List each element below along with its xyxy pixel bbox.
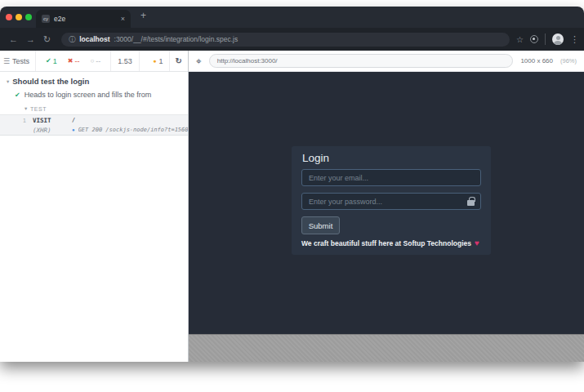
browser-menu-icon[interactable]: ⋮ [570,34,579,45]
browser-tabstrip: cy e2e × + [0,7,584,28]
login-title: Login [302,152,329,164]
failed-stat: ✖ -- [64,57,84,65]
tab-close-icon[interactable]: × [121,15,125,23]
url-host: localhost [79,35,109,43]
cypress-runner: ☰ Tests ✔ 1 ✖ -- ○ [0,51,584,362]
submit-button[interactable]: Submit [301,216,340,234]
iframe-bottom-gutter [189,334,584,362]
failed-count: -- [75,57,80,65]
toolbar-divider [545,33,546,45]
command-message: / [72,117,75,123]
extension-icon[interactable] [530,35,538,43]
browser-actions: ☆ ⋮ [516,33,579,45]
login-footer: We craft beautiful stuff here at Softup … [301,238,479,247]
aut-url-bar[interactable]: http://localhost:3000/ [209,54,514,68]
rerun-tests-button[interactable]: ↻ [169,51,188,71]
passed-icon: ✔ [46,57,51,65]
command-row-visit[interactable]: 1 VISIT / [0,114,188,125]
heart-icon: ♥ [475,238,479,247]
pending-icon: ○ [91,57,95,65]
pending-count: -- [96,57,100,65]
footer-text: We craft beautiful stuff here at Softup … [301,239,471,247]
cypress-favicon-icon: cy [42,15,50,23]
changes-indicator[interactable]: ● 1 [147,51,168,71]
rerun-icon: ↻ [176,56,182,65]
test-stats: ✔ 1 ✖ -- ○ -- [36,51,110,71]
test-title: Heads to login screen and fills the from [25,91,152,99]
login-card: Login Submit We craft beautiful stuff he… [292,146,491,255]
zoom-window-button[interactable] [25,14,32,20]
command-message: GET 200 /sockjs-node/info?t=1560726048… [78,127,188,133]
tests-button[interactable]: ☰ Tests [0,51,36,71]
email-field[interactable] [301,169,481,186]
new-tab-button[interactable]: + [140,10,146,21]
selector-playground-icon[interactable]: ⌖ [196,56,202,67]
password-field[interactable] [301,193,481,210]
browser-tab[interactable]: cy e2e × [36,10,131,28]
viewport-scale: (96%) [560,57,577,65]
browser-toolbar: ← → ↻ ⓘ localhost:3000/__/#/tests/integr… [0,28,584,51]
minimize-window-button[interactable] [16,14,22,20]
password-field-wrap [301,193,481,210]
changes-count: 1 [159,57,163,65]
back-icon[interactable]: ← [5,34,22,44]
profile-avatar[interactable] [552,33,564,45]
close-window-button[interactable] [6,14,12,20]
group-collapse-icon[interactable]: ▾ [25,105,28,112]
address-bar[interactable]: ⓘ localhost:3000/__/#/tests/integration/… [61,33,510,47]
viewport-size: 1000 x 660 [520,57,553,65]
run-duration: 1.53 [110,51,140,71]
passed-stat: ✔ 1 [42,57,61,65]
suite-collapse-icon[interactable]: ▾ [7,78,9,85]
command-row-xhr[interactable]: (XHR) ● GET 200 /sockjs-node/info?t=1560… [0,125,188,136]
pending-stat: ○ -- [87,57,105,65]
tab-title: e2e [54,15,117,23]
url-path: :3000/__/#/tests/integration/login.spec.… [114,35,239,43]
failed-icon: ✖ [68,57,74,65]
reporter-toolbar: ☰ Tests ✔ 1 ✖ -- ○ [0,51,188,72]
xhr-dot-icon: ● [72,127,75,132]
command-number: 1 [0,118,33,123]
reload-icon[interactable]: ↻ [39,34,55,45]
lock-icon [467,200,475,206]
reporter-sidebar: ☰ Tests ✔ 1 ✖ -- ○ [0,51,189,362]
command-name: (XHR) [33,127,72,134]
command-name: VISIT [33,117,72,124]
aut-iframe: Login Submit We craft beautiful stuff he… [189,72,584,334]
test-passed-icon: ✔ [15,91,20,99]
suite-title: Should test the login [12,77,89,86]
passed-count: 1 [53,57,57,65]
spec-list-icon[interactable]: ☰ [3,57,10,65]
group-label: TEST [30,106,47,112]
command-group-row[interactable]: ▾ TEST [0,102,188,114]
aut-header: ⌖ http://localhost:3000/ 1000 x 660 (96%… [189,51,584,72]
forward-icon[interactable]: → [22,34,39,44]
suite-row[interactable]: ▾ Should test the login [0,74,188,87]
browser-window: cy e2e × + ← → ↻ ⓘ localhost:3000/__/#/t… [0,7,584,362]
tests-label: Tests [12,57,29,65]
test-row[interactable]: ✔ Heads to login screen and fills the fr… [0,87,188,102]
screenshot: cy e2e × + ← → ↻ ⓘ localhost:3000/__/#/t… [0,0,584,392]
bookmark-star-icon[interactable]: ☆ [516,35,524,44]
site-info-icon[interactable]: ⓘ [69,35,75,44]
changes-dot-icon: ● [153,58,156,64]
